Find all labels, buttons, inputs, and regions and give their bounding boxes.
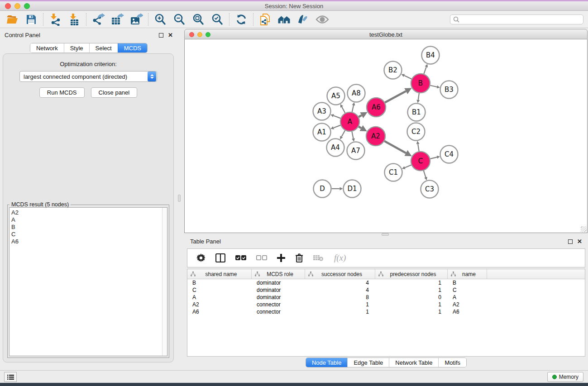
column-header-name[interactable]: name (448, 269, 487, 279)
open-session-button[interactable] (3, 12, 22, 27)
table-body: Bdominator41BCdominator41CAdominator80AA… (187, 279, 585, 315)
tab-network[interactable]: Network (30, 43, 64, 52)
close-panel-icon[interactable]: ✕ (168, 33, 173, 38)
zoom-in-button[interactable] (151, 12, 170, 27)
table-row[interactable]: A6connector11A6 (187, 308, 585, 315)
table-row[interactable]: Adominator80A (187, 294, 585, 301)
mcds-result-item[interactable]: A2 (11, 209, 167, 216)
search-icon (453, 16, 459, 23)
columns-icon (215, 253, 225, 262)
table-row[interactable]: Cdominator41C (187, 286, 585, 294)
mcds-panel: Optimization criterion: largest connecte… (3, 53, 174, 362)
export-table-button[interactable] (108, 12, 127, 27)
show-panels-button[interactable] (4, 372, 17, 382)
tab-network-table[interactable]: Network Table (389, 358, 438, 367)
graph-edge-A-A2[interactable] (359, 127, 361, 128)
float-panel-icon[interactable] (159, 33, 163, 38)
graph-edge-A-A6[interactable] (359, 115, 362, 117)
mcds-result-item[interactable]: B (11, 224, 167, 231)
graph-edge-A-A8[interactable] (352, 105, 354, 112)
style-button[interactable] (294, 12, 313, 27)
mcds-result-item[interactable]: A (11, 216, 167, 224)
tab-motifs[interactable]: Motifs (438, 358, 466, 367)
toolbar-separator (229, 13, 229, 26)
table-row[interactable]: Bdominator41B (187, 279, 585, 286)
home-button[interactable] (275, 12, 294, 27)
select-stepper-icon (148, 71, 156, 81)
column-header-mcds-role[interactable]: MCDS role (252, 269, 305, 279)
run-mcds-button[interactable]: Run MCDS (39, 87, 85, 98)
graph-edge-B-B3[interactable] (430, 86, 437, 87)
graph-edge-A6-B[interactable] (385, 91, 406, 102)
graph-edge-A-A5[interactable] (342, 107, 345, 113)
clone-network-button[interactable] (256, 12, 275, 27)
zoom-fit-button[interactable] (189, 12, 208, 27)
cell-name: A2 (448, 301, 487, 308)
mcds-result-item[interactable]: A6 (11, 238, 167, 245)
zoom-selected-button[interactable] (208, 12, 227, 27)
network-window-titlebar[interactable]: testGlobe.txt (184, 29, 588, 39)
tab-mcds[interactable]: MCDS (118, 43, 147, 52)
column-header-shared-name[interactable]: shared name (187, 269, 252, 279)
graph-edge-B-B2[interactable] (404, 76, 411, 79)
search-field[interactable] (450, 14, 583, 24)
show-graphics-details-button[interactable] (313, 12, 332, 27)
import-network-button[interactable] (46, 12, 65, 27)
export-image-button[interactable] (127, 12, 146, 27)
delete-table-button (313, 254, 324, 262)
horizontal-splitter-handle[interactable] (382, 233, 389, 236)
cell-predecessor-nodes: 0 (375, 294, 448, 300)
tab-style[interactable]: Style (64, 43, 89, 52)
close-table-panel-icon[interactable]: ✕ (577, 239, 582, 244)
column-header-successor-nodes[interactable]: successor nodes (305, 269, 375, 279)
zoom-out-button[interactable] (170, 12, 189, 27)
criterion-select[interactable]: largest connected component (directed) (19, 71, 157, 82)
scrollbar-track[interactable] (162, 208, 167, 356)
network-canvas[interactable]: B4B2BB3A5A8A6B1A3AC2A1A2A4A7C4CC1C3DD1 (184, 39, 588, 233)
window-resize-grip[interactable] (581, 226, 587, 232)
control-panel-tabs: NetworkStyleSelectMCDS (30, 43, 148, 53)
table-settings-button[interactable] (196, 253, 206, 262)
toolbar-separator (148, 13, 148, 26)
close-panel-button[interactable]: Close panel (91, 87, 138, 98)
tab-edge-table[interactable]: Edge Table (347, 358, 389, 367)
graph-edge-A-A4[interactable] (341, 130, 345, 137)
delete-column-button[interactable] (295, 253, 303, 262)
tab-node-table[interactable]: Node Table (306, 358, 348, 367)
search-input[interactable] (459, 16, 583, 23)
table-row[interactable]: A2connector11A2 (187, 301, 585, 308)
memory-label: Memory (559, 374, 578, 380)
vertical-splitter-handle[interactable] (178, 195, 181, 202)
graph-edge-A-A1[interactable] (334, 125, 341, 128)
deselect-all-button[interactable] (256, 255, 267, 261)
apply-layout-button[interactable] (232, 12, 251, 27)
save-session-button[interactable] (22, 12, 41, 27)
graph-edge-A2-C[interactable] (384, 141, 406, 153)
graph-edge-C-C4[interactable] (430, 157, 437, 159)
zoom-fit-icon (192, 13, 205, 26)
column-header-predecessor-nodes[interactable]: predecessor nodes (375, 269, 448, 279)
graph-edge-A-A3[interactable] (334, 116, 341, 119)
import-table-button[interactable] (65, 12, 84, 27)
mcds-result-groupbox: MCDS result (5 nodes) A2ABCA6 (7, 205, 169, 358)
graph-edge-A-A7[interactable] (352, 132, 353, 138)
float-table-panel-icon[interactable] (568, 239, 573, 244)
graph-edge-B-B1[interactable] (418, 93, 419, 100)
export-network-button[interactable] (89, 12, 108, 27)
column-type-icon (308, 272, 313, 276)
graph-edge-C-C3[interactable] (424, 171, 426, 177)
column-chooser-button[interactable] (215, 253, 225, 262)
select-all-button[interactable] (235, 255, 246, 261)
export-network-icon (91, 13, 105, 26)
graph-edge-C-C1[interactable] (405, 165, 411, 167)
mcds-result-item[interactable]: C (11, 231, 167, 238)
graph-node-label: B3 (445, 86, 454, 94)
add-column-button[interactable] (277, 254, 285, 262)
cell-name: C (448, 287, 487, 293)
main-toolbar (0, 11, 588, 28)
graph-edge-B-B4[interactable] (424, 67, 426, 74)
memory-button[interactable]: Memory (547, 372, 583, 382)
tab-select[interactable]: Select (89, 43, 118, 52)
mcds-result-list: A2ABCA6 (9, 207, 167, 356)
graph-edge-C-C2[interactable] (418, 144, 419, 151)
